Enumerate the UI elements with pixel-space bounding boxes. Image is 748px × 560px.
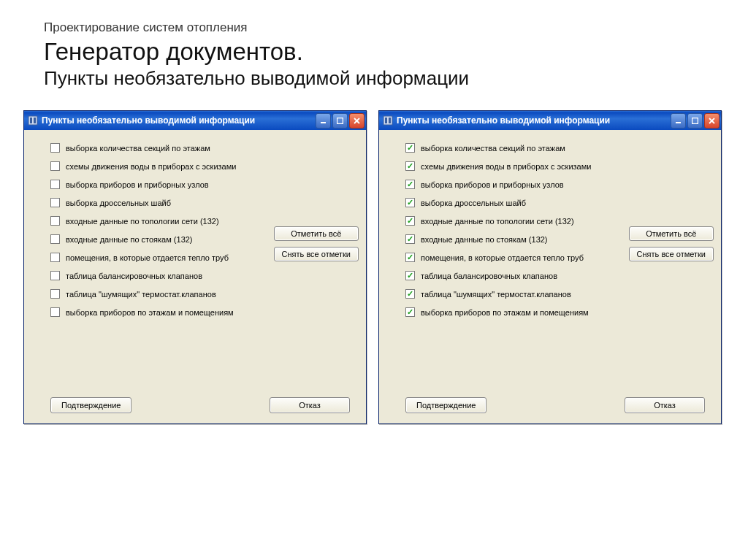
cancel-button[interactable]: Отказ — [270, 397, 350, 413]
checklist-item: выборка приборов по этажам и помещениям — [405, 307, 712, 317]
checklist-item-label: схемы движения воды в приборах с эскизам… — [66, 162, 236, 171]
window-title: Пункты необязательно выводимой информаци… — [42, 115, 313, 126]
page-title-main: Генератор документов. — [44, 38, 748, 66]
dialog-window: Пункты необязательно выводимой информаци… — [378, 110, 722, 424]
checklist-item: таблица "шумящих" термостат.клапанов — [405, 289, 712, 299]
maximize-button[interactable] — [687, 113, 703, 129]
checklist-item-label: выборка количества секций по этажам — [66, 144, 210, 153]
checklist-item-label: таблица "шумящих" термостат.клапанов — [66, 290, 216, 299]
checklist-item: выборка дроссельных шайб — [405, 198, 712, 207]
checklist-item-label: таблица балансировочных клапанов — [66, 272, 202, 280]
svg-rect-2 — [34, 118, 36, 123]
checklist-item-label: таблица "шумящих" термостат.клапанов — [421, 290, 571, 299]
checkbox[interactable] — [405, 234, 415, 244]
close-button[interactable] — [704, 113, 720, 129]
checklist-item: таблица "шумящих" термостат.клапанов — [50, 289, 357, 299]
check-all-button[interactable]: Отметить всё — [629, 226, 714, 241]
maximize-button[interactable] — [332, 113, 348, 129]
checklist-item: таблица балансировочных клапанов — [50, 271, 357, 280]
checklist-item-label: входные данные по стоякам (132) — [421, 235, 548, 244]
checklist-item-label: выборка приборов по этажам и помещениям — [421, 308, 589, 317]
checklist-item-label: выборка количества секций по этажам — [421, 144, 565, 153]
checklist-item-label: входные данные по стоякам (132) — [66, 235, 193, 244]
checklist-item: выборка дроссельных шайб — [50, 198, 357, 207]
checkbox[interactable] — [50, 161, 60, 171]
checkbox[interactable] — [405, 216, 415, 226]
checklist-item-label: выборка дроссельных шайб — [421, 199, 526, 207]
checklist-item-label: помещения, в которые отдается тепло труб — [421, 253, 584, 262]
checkbox[interactable] — [50, 253, 60, 262]
checklist-item-label: таблица балансировочных клапанов — [421, 272, 557, 280]
checklist-item-label: схемы движения воды в приборах с эскизам… — [421, 162, 591, 171]
checkbox[interactable] — [50, 143, 60, 153]
checkbox[interactable] — [50, 307, 60, 317]
checklist-item: схемы движения воды в приборах с эскизам… — [405, 161, 712, 171]
confirm-button[interactable]: Подтверждение — [405, 397, 486, 413]
checklist-item: выборка приборов и приборных узлов — [405, 180, 712, 189]
checklist-item: входные данные по топологии сети (132) — [50, 216, 357, 226]
checklist-item: схемы движения воды в приборах с эскизам… — [50, 161, 357, 171]
checklist-item-label: помещения, в которые отдается тепло труб — [66, 253, 229, 262]
checklist-item-label: входные данные по топологии сети (132) — [421, 217, 574, 226]
titlebar: Пункты необязательно выводимой информаци… — [24, 111, 366, 130]
svg-rect-1 — [30, 118, 32, 123]
app-icon — [27, 115, 39, 126]
checkbox[interactable] — [405, 271, 415, 280]
checkbox[interactable] — [405, 161, 415, 171]
checkbox[interactable] — [405, 253, 415, 262]
checkbox[interactable] — [50, 216, 60, 226]
svg-rect-11 — [692, 118, 698, 123]
uncheck-all-button[interactable]: Снять все отметки — [274, 247, 359, 261]
checkbox[interactable] — [50, 180, 60, 189]
close-button[interactable] — [349, 113, 365, 129]
checkbox[interactable] — [50, 234, 60, 244]
app-icon — [382, 115, 394, 126]
page-subtitle: Проектирование систем отопления — [44, 20, 748, 35]
checklist-item-label: выборка дроссельных шайб — [66, 199, 171, 207]
checklist-item: таблица балансировочных клапанов — [405, 271, 712, 280]
svg-rect-7 — [383, 116, 392, 125]
checklist-item: выборка количества секций по этажам — [50, 143, 357, 153]
svg-rect-10 — [676, 122, 681, 123]
checklist-item-label: выборка приборов и приборных узлов — [66, 180, 209, 189]
checklist-item: выборка количества секций по этажам — [405, 143, 712, 153]
checklist-item: выборка приборов по этажам и помещениям — [50, 307, 357, 317]
window-title: Пункты необязательно выводимой информаци… — [397, 115, 668, 126]
checkbox[interactable] — [50, 198, 60, 207]
checklist-item: выборка приборов и приборных узлов — [50, 180, 357, 189]
svg-rect-4 — [337, 118, 343, 123]
checkbox[interactable] — [50, 289, 60, 299]
check-all-button[interactable]: Отметить всё — [274, 226, 359, 241]
checkbox[interactable] — [405, 180, 415, 189]
minimize-button[interactable] — [671, 113, 686, 129]
checkbox[interactable] — [405, 198, 415, 207]
checklist-item-label: входные данные по топологии сети (132) — [66, 217, 219, 226]
dialog-window: Пункты необязательно выводимой информаци… — [23, 110, 367, 424]
checkbox[interactable] — [405, 143, 415, 153]
svg-rect-9 — [389, 118, 391, 123]
checkbox[interactable] — [405, 289, 415, 299]
checkbox[interactable] — [405, 307, 415, 317]
page-title-sub: Пункты необязательно выводимой информаци… — [44, 67, 748, 90]
cancel-button[interactable]: Отказ — [625, 397, 705, 413]
minimize-button[interactable] — [316, 113, 331, 129]
confirm-button[interactable]: Подтверждение — [50, 397, 131, 413]
svg-rect-8 — [385, 118, 387, 123]
checklist-item-label: выборка приборов по этажам и помещениям — [66, 308, 234, 317]
checkbox[interactable] — [50, 271, 60, 280]
svg-rect-3 — [321, 122, 326, 123]
svg-rect-0 — [28, 116, 37, 125]
checklist-item: входные данные по топологии сети (132) — [405, 216, 712, 226]
uncheck-all-button[interactable]: Снять все отметки — [629, 247, 714, 261]
titlebar: Пункты необязательно выводимой информаци… — [379, 111, 721, 130]
checklist-item-label: выборка приборов и приборных узлов — [421, 180, 564, 189]
